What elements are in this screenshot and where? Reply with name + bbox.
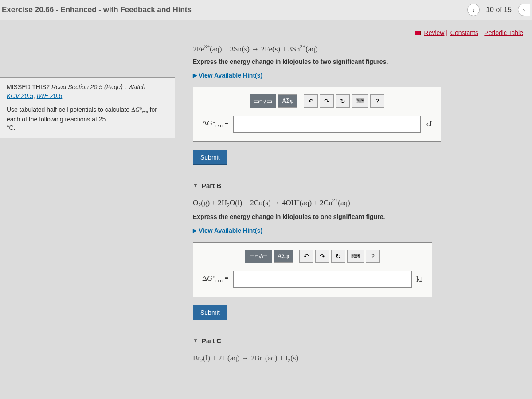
flag-icon: [415, 31, 421, 35]
caret-down-icon: ▼: [193, 337, 198, 344]
caret-right-icon: ▶: [193, 72, 197, 78]
part-b: O2(g) + 2H2O(l) + 2Cu(s) → 4OH−(aq) + 2C…: [193, 197, 523, 320]
part-c: Br2(l) + 2I−(aq) → 2Br−(aq) + I2(s): [193, 352, 523, 364]
answer-input-b[interactable]: [233, 271, 412, 288]
equation-b: O2(g) + 2H2O(l) + 2Cu(s) → 4OH−(aq) + 2C…: [193, 197, 523, 209]
delta-g-label: ΔG°rxn =: [202, 274, 229, 284]
unit-b: kJ: [416, 275, 423, 284]
link-kcv[interactable]: KCV 20.5: [7, 92, 33, 99]
submit-button-a[interactable]: Submit: [193, 150, 227, 165]
instruction-a: Express the energy change in kilojoules …: [193, 58, 523, 65]
keyboard-button[interactable]: ⌨: [352, 94, 368, 108]
part-c-header[interactable]: ▼ Part C: [193, 333, 523, 352]
caret-right-icon: ▶: [193, 227, 197, 234]
equation-a: 2Fe3+(aq) + 3Sn(s) → 2Fe(s) + 3Sn2+(aq): [193, 43, 523, 54]
symbols-button[interactable]: ΑΣφ: [278, 94, 297, 108]
exercise-title: Exercise 20.66 - Enhanced - with Feedbac…: [2, 5, 192, 14]
templates-button[interactable]: ▭▭√▭: [245, 250, 272, 263]
instruction-b: Express the energy change in kilojoules …: [193, 213, 523, 220]
top-bar: Exercise 20.66 - Enhanced - with Feedbac…: [0, 0, 532, 20]
toolbar-b: ▭▭√▭ ΑΣφ ↶ ↷ ↻ ⌨ ?: [202, 250, 423, 263]
delta-g-label: ΔG°rxn =: [202, 119, 229, 129]
unit-a: kJ: [425, 120, 432, 129]
link-iwe[interactable]: IWE 20.6: [37, 92, 63, 99]
keyboard-button[interactable]: ⌨: [347, 250, 364, 263]
reset-button[interactable]: ↻: [331, 250, 345, 263]
answer-input-a[interactable]: [233, 116, 421, 133]
answer-row-a: ΔG°rxn = kJ: [202, 116, 432, 133]
undo-button[interactable]: ↶: [299, 250, 313, 263]
review-link[interactable]: Review: [424, 29, 445, 36]
answer-box-b: ▭▭√▭ ΑΣφ ↶ ↷ ↻ ⌨ ? ΔG°rxn = kJ: [193, 242, 432, 297]
next-button[interactable]: ›: [518, 4, 530, 16]
left-sidebar: MISSED THIS? Read Section 20.5 (Page) ; …: [0, 24, 175, 396]
redo-button[interactable]: ↷: [315, 250, 329, 263]
hints-toggle-a[interactable]: ▶ View Available Hint(s): [193, 72, 262, 79]
content-panel: Review | Constants | Periodic Table 2Fe3…: [175, 24, 532, 396]
prev-button[interactable]: ‹: [467, 4, 480, 16]
page-counter: 10 of 15: [483, 6, 514, 14]
help-button[interactable]: ?: [370, 94, 384, 108]
part-a: 2Fe3+(aq) + 3Sn(s) → 2Fe(s) + 3Sn2+(aq) …: [193, 43, 523, 165]
templates-button[interactable]: ▭▭√▭: [250, 94, 276, 108]
undo-button[interactable]: ↶: [304, 94, 318, 108]
resource-links: Review | Constants | Periodic Table: [193, 24, 523, 43]
redo-button[interactable]: ↷: [320, 94, 334, 108]
hints-toggle-b[interactable]: ▶ View Available Hint(s): [193, 227, 262, 234]
help-button[interactable]: ?: [366, 250, 380, 263]
reset-button[interactable]: ↻: [336, 94, 350, 108]
submit-button-b[interactable]: Submit: [193, 305, 227, 320]
missed-label: MISSED THIS?: [7, 83, 50, 90]
missed-text: Read Section 20.5 (Page) ; Watch: [51, 83, 145, 90]
equation-c: Br2(l) + 2I−(aq) → 2Br−(aq) + I2(s): [193, 352, 523, 364]
problem-statement: Use tabulated half-cell potentials to ca…: [7, 106, 168, 133]
constants-link[interactable]: Constants: [450, 29, 478, 36]
symbols-button[interactable]: ΑΣφ: [274, 250, 293, 263]
toolbar-a: ▭▭√▭ ΑΣφ ↶ ↷ ↻ ⌨ ?: [202, 94, 432, 108]
periodic-table-link[interactable]: Periodic Table: [484, 29, 523, 36]
caret-down-icon: ▼: [193, 182, 198, 188]
missed-this-box: MISSED THIS? Read Section 20.5 (Page) ; …: [0, 77, 175, 138]
nav-controls: ‹ 10 of 15 ›: [467, 4, 530, 16]
part-b-header[interactable]: ▼ Part B: [193, 178, 523, 197]
answer-row-b: ΔG°rxn = kJ: [202, 271, 423, 288]
answer-box-a: ▭▭√▭ ΑΣφ ↶ ↷ ↻ ⌨ ? ΔG°rxn = kJ: [193, 87, 441, 142]
